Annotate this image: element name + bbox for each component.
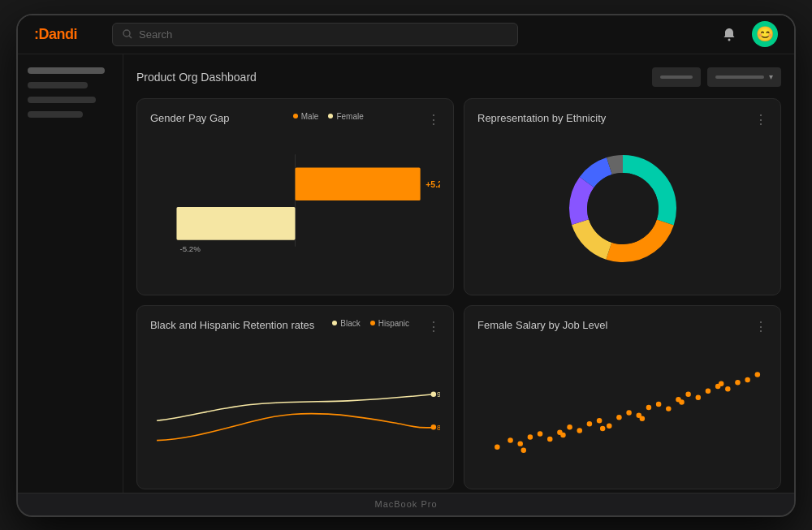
scatter-chart-svg (477, 343, 767, 472)
svg-point-46 (521, 447, 526, 452)
topbar-right: 😊 (716, 21, 778, 47)
chevron-down-icon: ▾ (769, 72, 773, 81)
hispanic-dot (370, 321, 375, 325)
legend-black: Black (332, 319, 360, 328)
laptop-model-label: MacBook Pro (374, 499, 437, 509)
svg-point-2 (728, 39, 731, 41)
svg-point-24 (547, 436, 552, 441)
sidebar-item-1[interactable] (28, 67, 105, 74)
black-dot (332, 321, 337, 325)
donut-container (477, 136, 767, 282)
svg-point-21 (517, 441, 522, 446)
dashboard-header: Product Org Dashboard ▾ (136, 67, 781, 87)
topbar: :Dandi Search 😊 (18, 15, 794, 54)
gpg-menu[interactable]: ⋮ (427, 112, 440, 127)
svg-point-0 (123, 30, 130, 37)
sidebar-item-3[interactable] (28, 97, 96, 103)
svg-text:91%: 91% (437, 390, 440, 399)
svg-rect-4 (296, 167, 421, 200)
svg-point-40 (706, 388, 710, 393)
svg-point-20 (508, 437, 512, 442)
gpg-chart-svg: +5.2% -5.2% (150, 136, 440, 265)
legend-hispanic: Hispanic (370, 319, 409, 328)
female-dot (328, 114, 333, 118)
salary-menu[interactable]: ⋮ (754, 319, 767, 334)
laptop-bottom: MacBook Pro (18, 493, 794, 515)
sidebar-item-4[interactable] (28, 111, 83, 118)
svg-point-17 (431, 424, 436, 429)
bell-icon (722, 27, 736, 41)
charts-grid: Gender Pay Gap Male Female (136, 98, 781, 489)
dashboard-area: Product Org Dashboard ▾ (123, 54, 794, 493)
ethnicity-title: Representation by Ethnicity (477, 112, 606, 124)
svg-point-50 (679, 399, 684, 404)
svg-rect-6 (176, 207, 295, 240)
search-bar[interactable]: Search (112, 23, 518, 46)
gender-pay-gap-card: Gender Pay Gap Male Female (136, 98, 454, 295)
pill-bar-2 (715, 75, 764, 79)
salary-card: Female Salary by Job Level ⋮ (464, 305, 781, 489)
svg-point-47 (560, 432, 565, 437)
app-logo: :Dandi (34, 26, 99, 43)
svg-point-22 (528, 434, 533, 439)
donut-chart-svg (558, 144, 688, 274)
svg-point-32 (626, 410, 631, 415)
sidebar-item-2[interactable] (28, 82, 88, 88)
svg-point-31 (616, 414, 621, 419)
laptop-frame: :Dandi Search 😊 (16, 14, 796, 517)
hispanic-label: Hispanic (378, 319, 409, 328)
legend-male: Male (293, 112, 319, 121)
notification-button[interactable] (716, 21, 742, 47)
svg-point-36 (666, 406, 671, 411)
svg-point-42 (725, 386, 730, 391)
filter-pill-2[interactable]: ▾ (707, 67, 781, 87)
black-label: Black (340, 319, 360, 328)
svg-point-30 (607, 423, 611, 428)
ethnicity-menu[interactable]: ⋮ (754, 112, 767, 127)
retention-title: Black and Hispanic Retention rates (150, 319, 314, 331)
ethnicity-header: Representation by Ethnicity ⋮ (477, 112, 767, 127)
page-title: Product Org Dashboard (136, 71, 257, 84)
pill-bar-1 (660, 75, 693, 79)
search-placeholder: Search (139, 28, 172, 41)
avatar-button[interactable]: 😊 (752, 21, 778, 47)
svg-point-34 (646, 404, 651, 409)
svg-text:+5.2%: +5.2% (425, 179, 440, 188)
svg-point-15 (431, 391, 436, 396)
ethnicity-card: Representation by Ethnicity ⋮ (464, 98, 781, 295)
svg-point-35 (656, 401, 661, 406)
gpg-legend: Male Female (293, 112, 364, 121)
screen: :Dandi Search 😊 (18, 15, 794, 493)
retention-chart-svg: 91% 88% (150, 343, 440, 472)
svg-point-43 (735, 379, 740, 384)
gpg-header: Gender Pay Gap Male Female (150, 112, 440, 127)
female-label: Female (336, 112, 363, 121)
svg-point-51 (719, 381, 723, 386)
svg-point-23 (538, 431, 542, 436)
svg-point-27 (577, 428, 582, 433)
svg-point-29 (597, 417, 602, 422)
svg-point-19 (495, 444, 499, 449)
svg-point-28 (587, 421, 592, 426)
gpg-title: Gender Pay Gap (150, 112, 230, 124)
retention-card: Black and Hispanic Retention rates Black… (136, 305, 454, 489)
svg-line-1 (129, 36, 132, 38)
logo-text: Dandi (39, 26, 78, 42)
salary-title: Female Salary by Job Level (477, 319, 607, 331)
svg-point-39 (696, 394, 701, 399)
retention-header: Black and Hispanic Retention rates Black… (150, 319, 440, 334)
svg-point-44 (745, 377, 749, 381)
svg-point-49 (640, 416, 645, 420)
search-icon (123, 29, 132, 39)
retention-menu[interactable]: ⋮ (427, 319, 440, 334)
filter-pill-1[interactable] (652, 67, 701, 87)
svg-point-38 (685, 391, 690, 396)
sidebar (18, 54, 123, 493)
salary-header: Female Salary by Job Level ⋮ (477, 319, 767, 334)
svg-text:-5.2%: -5.2% (180, 244, 201, 253)
svg-point-48 (600, 425, 605, 430)
male-dot (293, 114, 298, 118)
svg-point-14 (587, 173, 659, 244)
male-label: Male (301, 112, 319, 121)
main-content: Product Org Dashboard ▾ (18, 54, 794, 493)
